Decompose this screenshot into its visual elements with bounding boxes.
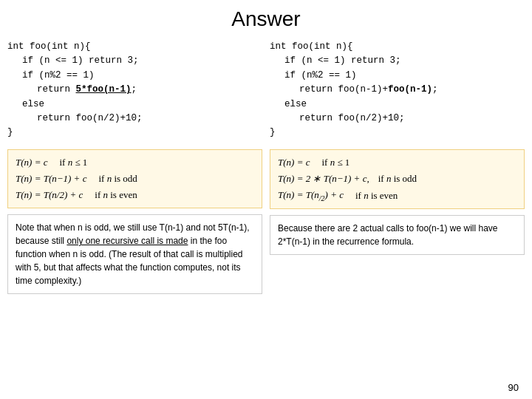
code-line: else [270, 98, 525, 112]
right-formula-box: T(n) = c if n ≤ 1 T(n) = 2 ∗ T(n−1) + c,… [270, 149, 525, 210]
right-note-text: Because there are 2 actual calls to foo(… [278, 223, 498, 247]
right-note: Because there are 2 actual calls to foo(… [270, 215, 525, 255]
code-line: return foo(n-1)+foo(n-1); [270, 83, 525, 97]
left-code-block: int foo(int n){ if (n <= 1) return 3; if… [7, 37, 262, 143]
code-line: return 5*foo(n-1); [7, 83, 262, 97]
code-line: } [7, 126, 262, 140]
formula-line-1: T(n) = c if n ≤ 1 [278, 154, 516, 171]
left-note: Note that when n is odd, we still use T(… [7, 214, 262, 294]
formula-line-1: T(n) = c if n ≤ 1 [16, 154, 254, 171]
formula-line-3: T(n) = T(n/2) + c if n is even [16, 187, 254, 203]
page-number: 90 [508, 382, 519, 393]
code-line: if (n%2 == 1) [270, 69, 525, 83]
code-line: if (n%2 == 1) [7, 69, 262, 83]
code-line: return foo(n/2)+10; [270, 112, 525, 126]
formula-line-2: T(n) = T(n−1) + c if n is odd [16, 171, 254, 187]
page-title: Answer [0, 0, 532, 37]
formula-line-2: T(n) = 2 ∗ T(n−1) + c, if n is odd [278, 171, 516, 187]
left-note-text: Note that when n is odd, we still use T(… [16, 222, 250, 286]
code-line: else [7, 98, 262, 112]
code-line: if (n <= 1) return 3; [270, 54, 525, 68]
code-line: int foo(int n){ [270, 40, 525, 54]
code-line: } [270, 126, 525, 140]
code-line: return foo(n/2)+10; [7, 112, 262, 126]
right-column: int foo(int n){ if (n <= 1) return 3; if… [270, 37, 525, 294]
right-code-block: int foo(int n){ if (n <= 1) return 3; if… [270, 37, 525, 143]
formula-line-3: T(n) = T(n/2) + c if n is even [278, 187, 516, 205]
left-column: int foo(int n){ if (n <= 1) return 3; if… [7, 37, 262, 294]
code-line: if (n <= 1) return 3; [7, 54, 262, 68]
main-content: int foo(int n){ if (n <= 1) return 3; if… [0, 37, 532, 294]
code-line: int foo(int n){ [7, 40, 262, 54]
left-formula-box: T(n) = c if n ≤ 1 T(n) = T(n−1) + c if n… [7, 149, 262, 208]
